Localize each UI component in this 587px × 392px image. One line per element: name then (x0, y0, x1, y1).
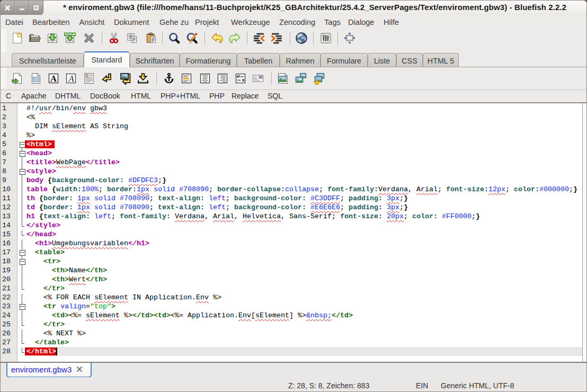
svg-text:A: A (50, 74, 57, 84)
svg-text:A: A (68, 74, 74, 84)
